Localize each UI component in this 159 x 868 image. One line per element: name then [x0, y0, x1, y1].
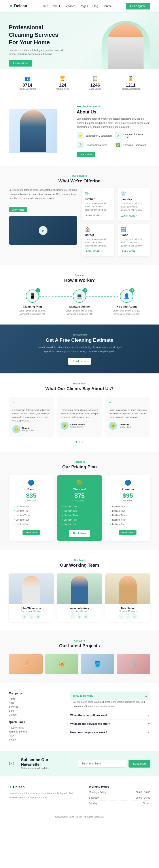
linkedin-icon-2[interactable]: in — [84, 614, 88, 619]
faq-question-1[interactable]: What is Dclean? ▲ — [70, 691, 150, 700]
pricing-premium-cta[interactable]: Book Now — [119, 530, 136, 535]
pricing-premium-feature-3: List item Three — [110, 513, 146, 518]
floor-learn-more[interactable]: LEARN MORE > — [121, 250, 137, 253]
faq-question-4[interactable]: How does the process work? ▼ — [70, 728, 150, 737]
faq-question-3[interactable]: What are the services we offer? ▼ — [70, 720, 150, 728]
twitter-icon-2[interactable]: t — [77, 614, 82, 619]
copyright-bar: Copyright © 2024 Dclean. All rights rese… — [0, 812, 159, 822]
pricing-premium-name: Premium — [110, 488, 146, 491]
author-3-info: Charlotte Happy Client — [118, 423, 131, 428]
projects-grid: 🧹 🧺 🪣 🫧 — [9, 654, 150, 674]
footer-link-services[interactable]: Services — [9, 705, 66, 708]
services-right-col: 🍽 Kitchen Lorem ipsum dolor sit amet, co… — [82, 188, 150, 256]
footer-brand-name: Dclean — [13, 785, 25, 789]
footer-link-contact[interactable]: Contact — [9, 713, 66, 716]
faq-question-2[interactable]: When the order will process? ▼ — [70, 711, 150, 719]
services-learn-more-button[interactable]: Learn More — [9, 207, 27, 212]
nav-about[interactable]: About — [53, 4, 60, 8]
pricing-basic-icon: 🔵 — [13, 479, 49, 486]
pricing-basic-cta[interactable]: Book Now — [23, 530, 40, 535]
step-2-circle: 💻 2 — [73, 289, 86, 303]
laundry-learn-more[interactable]: LEARN MORE > — [121, 215, 137, 217]
hero-cta-button[interactable]: Learn More — [9, 60, 32, 66]
kitchen-title: Kitchen — [85, 197, 111, 201]
project-1[interactable]: 🧹 — [9, 654, 43, 674]
service-card-kitchen: 🍽 Kitchen Lorem ipsum dolor sit amet, co… — [82, 188, 114, 220]
pricing-section-tag: Packages — [9, 460, 150, 463]
services-section: Our Services What We're Offering Lorem i… — [0, 166, 159, 265]
carpet-learn-more[interactable]: LEARN MORE > — [85, 250, 102, 253]
footer-link-faq[interactable]: FAQ — [9, 734, 66, 737]
project-4[interactable]: 🫧 — [116, 654, 150, 674]
stat-cases-icon: 📋 — [89, 75, 102, 81]
project-3[interactable]: 🪣 — [81, 654, 114, 674]
nav-pages[interactable]: Pages — [80, 4, 88, 8]
testimonials-section: Testimonial What Our Clients Say About U… — [0, 373, 159, 452]
dot-3[interactable] — [82, 441, 83, 443]
nav-blog[interactable]: Blog — [92, 4, 98, 8]
feature-satisfaction-icon: ⭐ — [77, 132, 84, 139]
footer-link-about[interactable]: About — [9, 702, 66, 704]
footer-link-blog[interactable]: Blog — [9, 709, 66, 712]
estimate-cta-button[interactable]: Book Now — [68, 358, 91, 365]
twitter-icon-1[interactable]: t — [29, 614, 33, 619]
projects-section-tag: Get Work — [9, 639, 150, 642]
facebook-icon-2[interactable]: f — [71, 614, 75, 619]
laundry-icon: 👕 — [121, 191, 147, 196]
pricing-standard-feature-2: List item Two — [62, 509, 98, 513]
team-socials-1: f t in — [11, 614, 51, 619]
author-2-role: Happy Client — [71, 426, 85, 428]
video-play-button[interactable]: ▶ — [38, 226, 48, 235]
stat-projects-number: 1211 — [121, 83, 140, 88]
author-1-name: Sophia — [22, 427, 35, 429]
pricing-basic-name: Basic — [13, 488, 49, 491]
nav-home[interactable]: Home — [41, 4, 48, 8]
newsletter-subtitle: Get latest news & updates — [21, 767, 49, 770]
feature-satisfaction: ⭐ Satisfaction Guaranteed — [77, 132, 112, 139]
feature-flexible-label: Flexible Arrival Time — [85, 144, 107, 146]
project-icon-2: 🧺 — [58, 661, 65, 667]
nav-contact[interactable]: Contact — [103, 4, 112, 8]
team-role-3: Cleaning Manager — [108, 610, 148, 613]
newsletter-submit-button[interactable]: Subscribe — [129, 760, 150, 768]
dot-2[interactable] — [79, 441, 80, 443]
about-cta-button[interactable]: Learn More — [77, 152, 95, 157]
facebook-icon-1[interactable]: f — [22, 614, 27, 619]
newsletter-email-input[interactable] — [78, 760, 127, 768]
stat-projects: 🏅 1211 Project Appreciation — [121, 75, 140, 90]
feature-licensed: ✔ Licensed & Insured Team — [115, 132, 150, 139]
service-card-carpet: 🏠 Carpet Lorem ipsum dolor sit amet, con… — [82, 224, 114, 256]
footer-link-home[interactable]: Home — [9, 698, 66, 700]
about-person-figure — [20, 110, 46, 152]
twitter-icon-3[interactable]: t — [126, 614, 130, 619]
team-figure-2 — [71, 576, 88, 604]
footer-link-privacy[interactable]: Privacy Policy — [9, 726, 66, 729]
pricing-standard-cta[interactable]: Book Now — [69, 530, 90, 537]
project-2[interactable]: 🧺 — [45, 654, 79, 674]
linkedin-icon-1[interactable]: in — [35, 614, 40, 619]
pricing-basic-feature-1: List item One — [13, 504, 49, 509]
footer-link-support[interactable]: Support — [9, 738, 66, 741]
how-title: How It Works? — [9, 278, 150, 283]
pricing-standard-feature-4: List item Four — [62, 518, 98, 522]
pricing-premium-feature-5: List item Five — [110, 522, 146, 527]
team-socials-2: f t in — [60, 614, 99, 619]
feature-cleaning-icon: ✅ — [115, 142, 122, 149]
facebook-icon-3[interactable]: f — [119, 614, 124, 619]
stat-customers-icon: 👥 — [19, 75, 36, 81]
nav-cta-button[interactable]: Get A Quote — [126, 3, 150, 9]
dot-1[interactable] — [76, 441, 77, 443]
team-info-3: Pearl Ivory Cleaning Manager f t in — [105, 604, 150, 622]
faq-question-1-text: What is Dclean? — [73, 694, 94, 697]
nav-services[interactable]: Services — [64, 4, 76, 8]
project-icon-3: 🪣 — [94, 661, 101, 667]
pricing-standard-feature-1: List item One — [62, 504, 98, 509]
pricing-premium-period: /Monthly — [110, 499, 146, 502]
linkedin-icon-3[interactable]: in — [132, 614, 137, 619]
step-2-title: Manage Online — [56, 305, 103, 308]
nav-links: Home About Services Pages Blog Contact — [41, 4, 112, 8]
author-3-role: Happy Client — [118, 426, 131, 428]
kitchen-learn-more[interactable]: LEARN MORE > — [85, 214, 102, 217]
footer-link-terms[interactable]: Terms of Service — [9, 730, 66, 733]
feature-satisfaction-label: Satisfaction Guaranteed — [85, 134, 111, 137]
